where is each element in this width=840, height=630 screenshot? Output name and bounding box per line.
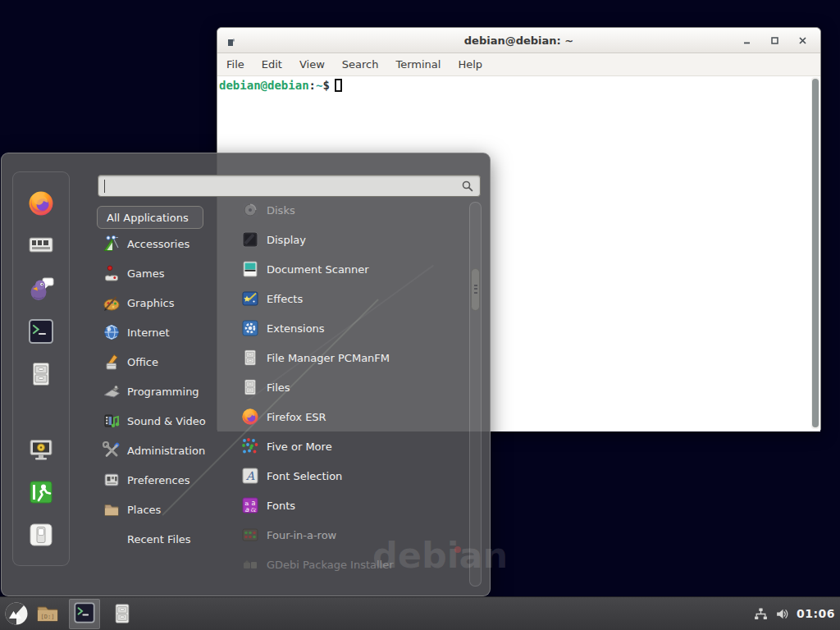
- folder-icon: [D:]: [35, 601, 60, 628]
- app-item-gdebi-package-installer[interactable]: GDebi Package Installer: [231, 550, 467, 579]
- file-cabinet-icon: [110, 601, 135, 628]
- clock[interactable]: 01:06: [797, 607, 835, 620]
- favorite-pidgin[interactable]: [26, 274, 56, 304]
- administration-icon: [103, 441, 121, 459]
- taskbar-launcher-files[interactable]: [109, 601, 135, 628]
- menubar-item-search[interactable]: Search: [342, 58, 379, 71]
- sound-video-icon: [103, 412, 121, 430]
- prompt-path: ~: [316, 79, 322, 92]
- app-item-extensions[interactable]: Extensions: [231, 313, 467, 343]
- search-input[interactable]: [98, 179, 461, 193]
- effects-icon: [240, 289, 260, 308]
- category-item-recent-files[interactable]: Recent Files: [97, 524, 230, 554]
- favorite-terminal[interactable]: [26, 317, 56, 346]
- graphics-icon: [103, 294, 121, 312]
- four-in-a-row-icon: [240, 525, 260, 545]
- volume-icon[interactable]: [775, 607, 789, 621]
- favorite-control-center[interactable]: [26, 231, 56, 260]
- system-tray: 01:06: [754, 597, 835, 630]
- application-list-scrollbar[interactable]: [469, 202, 482, 587]
- lock-screen-icon: [26, 435, 56, 464]
- category-item-internet[interactable]: Internet: [97, 317, 230, 347]
- category-item-games[interactable]: Games: [97, 258, 230, 288]
- category-item-sound-video[interactable]: Sound & Video: [97, 406, 230, 436]
- menu-logo-icon: [4, 601, 29, 628]
- games-icon: [103, 264, 121, 282]
- app-item-four-in-a-row[interactable]: Four-in-a-row: [231, 520, 467, 550]
- category-item-administration[interactable]: Administration: [97, 436, 230, 465]
- taskbar-launcher-menu[interactable]: [3, 601, 30, 628]
- taskbar-launcher-terminal[interactable]: [69, 599, 100, 629]
- menubar-item-view[interactable]: View: [299, 58, 325, 71]
- menubar-item-file[interactable]: File: [226, 58, 244, 71]
- category-item-programming[interactable]: Programming: [97, 377, 230, 406]
- menubar-item-help[interactable]: Help: [458, 58, 482, 71]
- favorite-file-manager[interactable]: [26, 359, 56, 389]
- prompt-user-host: debian@debian: [219, 79, 309, 92]
- app-item-files[interactable]: Files: [231, 372, 467, 402]
- terminal-titlebar[interactable]: debian@debian: ~: [217, 28, 820, 53]
- favorite-shutdown[interactable]: [26, 520, 56, 550]
- app-item-document-scanner[interactable]: Document Scanner: [231, 254, 467, 284]
- category-item-all-applications[interactable]: All Applications: [97, 206, 203, 229]
- menubar-item-terminal[interactable]: Terminal: [395, 58, 441, 71]
- app-item-firefox-esr[interactable]: Firefox ESR: [231, 402, 467, 431]
- applications-menu: debian All Applications Accessories Game…: [1, 153, 491, 596]
- search-icon: [461, 180, 474, 193]
- category-item-accessories[interactable]: Accessories: [97, 229, 230, 258]
- firefox-icon: [26, 189, 56, 218]
- text-caret: [104, 180, 105, 193]
- display-icon: [240, 230, 260, 249]
- app-item-effects[interactable]: Effects: [231, 284, 467, 313]
- app-item-five-or-more[interactable]: Five or More: [231, 431, 467, 461]
- taskbar-launcher-file-manager[interactable]: [D:]: [34, 601, 61, 628]
- app-item-disks[interactable]: Disks: [231, 195, 467, 225]
- prompt-separator: :: [309, 79, 316, 92]
- app-item-font-selection[interactable]: A Font Selection: [231, 461, 467, 491]
- category-item-office[interactable]: Office: [97, 347, 230, 377]
- maximize-button[interactable]: [770, 36, 779, 45]
- window-title: debian@debian: ~: [217, 34, 820, 47]
- svg-text:[D:]: [D:]: [41, 614, 55, 620]
- desktop: { "terminal_window": { "title": "debian@…: [0, 0, 840, 630]
- places-icon: [103, 500, 121, 518]
- favorites-panel: [12, 171, 70, 566]
- favorite-firefox[interactable]: [26, 189, 56, 218]
- window-controls: [742, 36, 820, 45]
- file-cabinet-icon: [240, 348, 260, 368]
- app-item-display[interactable]: Display: [231, 225, 467, 254]
- favorite-lock-screen[interactable]: [26, 435, 56, 464]
- terminal-scrollbar[interactable]: [811, 77, 819, 429]
- font-selection-icon: A: [240, 466, 260, 486]
- logout-icon: [26, 477, 56, 507]
- network-icon[interactable]: [754, 607, 768, 621]
- favorite-log-out[interactable]: [26, 477, 56, 507]
- control-center-icon: [26, 231, 56, 260]
- prompt-symbol: $: [322, 79, 329, 92]
- disks-icon: [240, 200, 260, 220]
- terminal-prompt: debian@debian:~$: [219, 79, 342, 92]
- taskbar: 01:06 [D:]: [0, 596, 840, 630]
- application-list-scrollbar-thumb[interactable]: [471, 268, 480, 311]
- shutdown-icon: [26, 520, 56, 550]
- terminal-cursor: [335, 79, 342, 92]
- category-item-graphics[interactable]: Graphics: [97, 288, 230, 317]
- category-item-preferences[interactable]: Preferences: [97, 465, 230, 495]
- app-item-fonts[interactable]: aaa& Fonts: [231, 491, 467, 520]
- terminal-menubar: FileEditViewSearchTerminalHelp: [217, 53, 820, 76]
- category-item-places[interactable]: Places: [97, 495, 230, 524]
- search-box: [98, 175, 481, 197]
- terminal-scrollbar-thumb[interactable]: [812, 79, 819, 427]
- firefox-icon: [240, 407, 260, 427]
- terminal-mini-icon: [226, 35, 236, 45]
- terminal-icon: [72, 600, 97, 628]
- internet-icon: [103, 323, 121, 341]
- close-button[interactable]: [798, 36, 807, 45]
- menubar-item-edit[interactable]: Edit: [262, 58, 282, 71]
- office-icon: [103, 353, 121, 371]
- svg-text:&: &: [250, 506, 256, 514]
- app-item-file-manager-pcmanfm[interactable]: File Manager PCManFM: [231, 343, 467, 372]
- preferences-icon: [103, 471, 121, 489]
- document-scanner-icon: [240, 259, 260, 279]
- minimize-button[interactable]: [742, 36, 751, 45]
